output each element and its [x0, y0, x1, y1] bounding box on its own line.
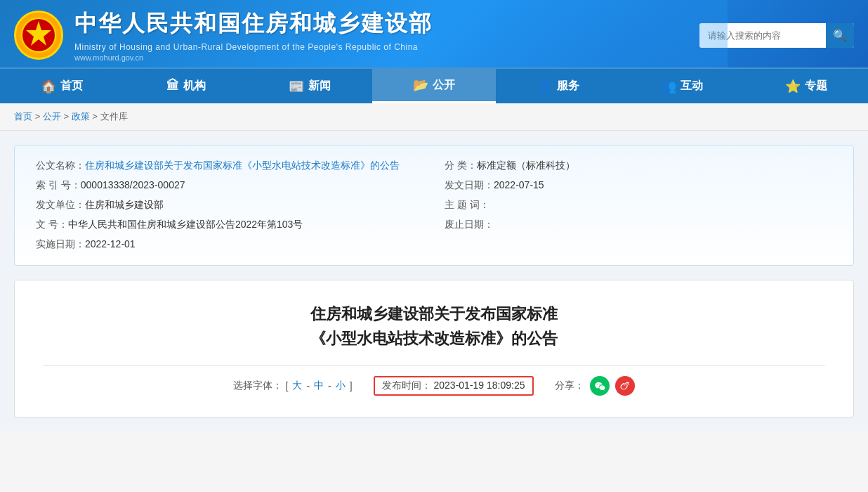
suoyin-row: 索 引 号： 000013338/2023-00027 [36, 179, 423, 192]
fawendan-value: 住房和城乡建设部 [85, 199, 164, 212]
nav-home[interactable]: 🏠 首页 [0, 69, 124, 103]
fawen-date-value: 2022-07-15 [494, 179, 544, 190]
publish-time-box: 发布时间： 2023-01-19 18:09:25 [374, 376, 534, 396]
feizhi-row: 废止日期： [445, 219, 832, 231]
suoyin-label: 索 引 号： [36, 179, 81, 192]
font-size-label: 选择字体： [233, 380, 282, 392]
breadcrumb-open[interactable]: 公开 [43, 111, 61, 122]
nav-home-label: 首页 [60, 79, 83, 93]
search-button[interactable]: 🔍 [826, 23, 854, 48]
wenhao-row: 文 号： 中华人民共和国住房和城乡建设部公告2022年第103号 [36, 219, 423, 231]
nav-org-label: 机构 [183, 79, 206, 93]
nav-interact-label: 互动 [680, 79, 703, 93]
nav-interact[interactable]: 👥 互动 [620, 69, 744, 103]
search-box[interactable]: 🔍 [699, 23, 854, 48]
site-title-cn: 中华人民共和国住房和城乡建设部 [74, 8, 433, 39]
font-small-btn[interactable]: 小 [336, 380, 346, 392]
font-medium-btn[interactable]: 中 [314, 380, 324, 392]
fawendan-row: 发文单位： 住房和城乡建设部 [36, 199, 423, 212]
header-title-area: 中华人民共和国住房和城乡建设部 Ministry of Housing and … [74, 8, 433, 62]
nav-open[interactable]: 📂 公开 [372, 69, 497, 103]
nav-service-label: 服务 [557, 79, 579, 93]
site-title-en: Ministry of Housing and Urban-Rural Deve… [74, 42, 433, 52]
fawendan-label: 发文单位： [36, 199, 85, 212]
doc-title: 住房和城乡建设部关于发布国家标准《小型水电站技术改造标准》的公告 [43, 302, 825, 351]
info-card: 公文名称： 住房和城乡建设部关于发布国家标准《小型水电站技术改造标准》的公告 索… [14, 145, 854, 266]
gongwen-name-row: 公文名称： 住房和城乡建设部关于发布国家标准《小型水电站技术改造标准》的公告 [36, 160, 423, 172]
gongwen-name-value: 住房和城乡建设部关于发布国家标准《小型水电站技术改造标准》的公告 [85, 160, 400, 172]
content-divider [43, 365, 825, 365]
gongwen-name-label: 公文名称： [36, 160, 85, 172]
nav-service[interactable]: 👤 服务 [496, 69, 620, 103]
breadcrumb-policy[interactable]: 政策 [72, 111, 90, 122]
interact-icon: 👥 [661, 79, 676, 94]
suoyin-value: 000013338/2023-00027 [81, 179, 185, 190]
main-nav: 🏠 首页 🏛 机构 📰 新闻 📂 公开 👤 服务 👥 互动 ⭐ 专题 [0, 67, 868, 103]
breadcrumb-current: 文件库 [100, 111, 128, 122]
wenhao-label: 文 号： [36, 219, 68, 231]
fawen-date-label: 发文日期： [445, 179, 494, 192]
fenlei-row: 分 类： 标准定额（标准科技） [445, 160, 832, 172]
logo-emblem [14, 11, 63, 60]
doc-meta: 选择字体： [ 大 - 中 - 小 ] 发布时间： 2023-01-19 18:… [43, 376, 825, 396]
service-icon: 👤 [537, 79, 553, 94]
news-icon: 📰 [289, 79, 304, 94]
header: 中华人民共和国住房和城乡建设部 Ministry of Housing and … [0, 0, 868, 67]
open-icon: 📂 [413, 77, 428, 93]
breadcrumb: 首页 > 公开 > 政策 > 文件库 [0, 103, 868, 131]
main-content: 公文名称： 住房和城乡建设部关于发布国家标准《小型水电站技术改造标准》的公告 索… [0, 131, 868, 432]
nav-special[interactable]: ⭐ 专题 [744, 69, 868, 103]
org-icon: 🏛 [166, 79, 179, 93]
special-icon: ⭐ [785, 79, 801, 94]
zhuti-label: 主 题 词： [445, 199, 489, 212]
font-size-selector: 选择字体： [ 大 - 中 - 小 ] [233, 380, 352, 392]
wenhao-value: 中华人民共和国住房和城乡建设部公告2022年第103号 [68, 219, 303, 231]
shishi-label: 实施日期： [36, 238, 85, 251]
font-large-btn[interactable]: 大 [292, 380, 302, 392]
logo-area: 中华人民共和国住房和城乡建设部 Ministry of Housing and … [14, 8, 433, 62]
nav-open-label: 公开 [433, 78, 455, 93]
fenlei-label: 分 类： [445, 160, 477, 172]
share-wechat-btn[interactable] [590, 376, 610, 396]
breadcrumb-home[interactable]: 首页 [14, 111, 32, 122]
website-url: www.mohurd.gov.cn [74, 53, 433, 62]
home-icon: 🏠 [41, 79, 56, 94]
share-area: 分享： [555, 376, 635, 396]
shishi-row: 实施日期： 2022-12-01 [36, 238, 423, 251]
zhuti-row: 主 题 词： [445, 199, 832, 212]
fenlei-value: 标准定额（标准科技） [477, 160, 575, 172]
nav-news[interactable]: 📰 新闻 [248, 69, 372, 103]
publish-time-value: 2023-01-19 18:09:25 [434, 380, 525, 391]
nav-news-label: 新闻 [308, 79, 331, 93]
fawen-date-row: 发文日期： 2022-07-15 [445, 179, 832, 192]
nav-special-label: 专题 [805, 79, 827, 93]
nav-org[interactable]: 🏛 机构 [124, 69, 249, 103]
publish-time-label: 发布时间： [382, 380, 431, 391]
share-label: 分享： [555, 380, 584, 392]
share-weibo-btn[interactable] [615, 376, 635, 396]
content-card: 住房和城乡建设部关于发布国家标准《小型水电站技术改造标准》的公告 选择字体： [… [14, 280, 854, 417]
shishi-value: 2022-12-01 [85, 238, 136, 250]
search-input[interactable] [699, 25, 826, 46]
feizhi-label: 废止日期： [445, 219, 494, 231]
info-grid: 公文名称： 住房和城乡建设部关于发布国家标准《小型水电站技术改造标准》的公告 索… [36, 160, 832, 251]
